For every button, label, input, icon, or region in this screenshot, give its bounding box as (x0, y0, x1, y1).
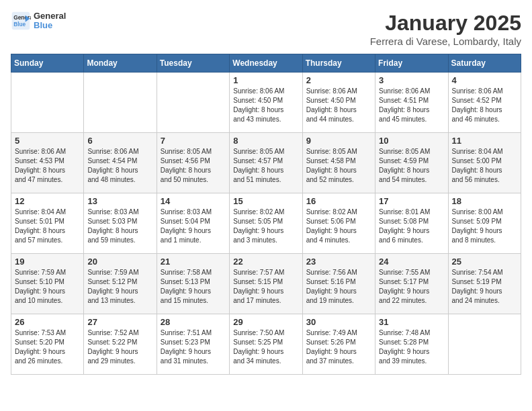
day-info: Sunrise: 8:06 AM Sunset: 4:52 PM Dayligh… (452, 87, 517, 124)
day-number: 31 (379, 317, 444, 327)
day-info: Sunrise: 7:59 AM Sunset: 5:12 PM Dayligh… (87, 268, 152, 306)
day-of-week-header: Tuesday (157, 54, 229, 73)
calendar-cell: 22Sunrise: 7:57 AM Sunset: 5:15 PM Dayli… (230, 254, 302, 314)
calendar-cell: 9Sunrise: 8:05 AM Sunset: 4:58 PM Daylig… (302, 133, 375, 193)
calendar-cell: 16Sunrise: 8:02 AM Sunset: 5:06 PM Dayli… (302, 193, 375, 254)
calendar-table: SundayMondayTuesdayWednesdayThursdayFrid… (11, 54, 521, 375)
calendar-cell: 15Sunrise: 8:02 AM Sunset: 5:05 PM Dayli… (230, 193, 302, 254)
day-info: Sunrise: 8:06 AM Sunset: 4:50 PM Dayligh… (306, 87, 371, 124)
calendar-cell: 30Sunrise: 7:49 AM Sunset: 5:26 PM Dayli… (302, 314, 375, 375)
day-number: 15 (233, 196, 298, 206)
calendar-cell: 27Sunrise: 7:52 AM Sunset: 5:22 PM Dayli… (84, 314, 157, 375)
day-number: 6 (87, 136, 152, 146)
day-info: Sunrise: 8:00 AM Sunset: 5:09 PM Dayligh… (452, 208, 517, 245)
day-of-week-header: Saturday (448, 54, 521, 73)
day-number: 10 (379, 136, 444, 146)
day-of-week-header: Monday (84, 54, 157, 73)
day-of-week-header: Friday (375, 54, 448, 73)
day-info: Sunrise: 7:51 AM Sunset: 5:23 PM Dayligh… (161, 328, 226, 366)
day-info: Sunrise: 7:50 AM Sunset: 5:25 PM Dayligh… (233, 328, 298, 366)
day-info: Sunrise: 8:06 AM Sunset: 4:51 PM Dayligh… (379, 87, 444, 124)
day-number: 23 (306, 257, 371, 267)
logo-line1: General (34, 11, 66, 21)
day-info: Sunrise: 8:05 AM Sunset: 4:57 PM Dayligh… (233, 147, 298, 185)
day-info: Sunrise: 8:02 AM Sunset: 5:05 PM Dayligh… (233, 208, 298, 245)
day-number: 3 (379, 75, 444, 85)
day-number: 30 (306, 317, 371, 327)
day-info: Sunrise: 8:05 AM Sunset: 4:59 PM Dayligh… (379, 147, 444, 185)
day-info: Sunrise: 7:49 AM Sunset: 5:26 PM Dayligh… (306, 328, 371, 366)
day-info: Sunrise: 8:02 AM Sunset: 5:06 PM Dayligh… (306, 208, 371, 245)
svg-text:Blue: Blue (13, 21, 26, 28)
day-info: Sunrise: 8:06 AM Sunset: 4:50 PM Dayligh… (233, 87, 298, 124)
calendar-cell: 26Sunrise: 7:53 AM Sunset: 5:20 PM Dayli… (11, 314, 84, 375)
page-header: General Blue General Blue January 2025 F… (11, 11, 521, 47)
calendar-cell: 3Sunrise: 8:06 AM Sunset: 4:51 PM Daylig… (375, 73, 448, 133)
day-number: 9 (306, 136, 371, 146)
calendar-cell (11, 73, 84, 133)
day-info: Sunrise: 7:59 AM Sunset: 5:10 PM Dayligh… (15, 268, 80, 306)
calendar-cell (448, 314, 521, 375)
calendar-cell: 31Sunrise: 7:48 AM Sunset: 5:28 PM Dayli… (375, 314, 448, 375)
calendar-week-row: 26Sunrise: 7:53 AM Sunset: 5:20 PM Dayli… (11, 314, 521, 375)
calendar-cell: 2Sunrise: 8:06 AM Sunset: 4:50 PM Daylig… (302, 73, 375, 133)
day-of-week-header: Sunday (11, 54, 84, 73)
day-number: 13 (87, 196, 152, 206)
calendar-cell: 14Sunrise: 8:03 AM Sunset: 5:04 PM Dayli… (157, 193, 229, 254)
day-info: Sunrise: 8:05 AM Sunset: 4:58 PM Dayligh… (306, 147, 371, 185)
calendar-cell: 21Sunrise: 7:58 AM Sunset: 5:13 PM Dayli… (157, 254, 229, 314)
calendar-cell: 20Sunrise: 7:59 AM Sunset: 5:12 PM Dayli… (84, 254, 157, 314)
day-info: Sunrise: 7:54 AM Sunset: 5:19 PM Dayligh… (452, 268, 517, 306)
day-number: 2 (306, 75, 371, 85)
logo-text: General Blue (34, 11, 66, 31)
day-number: 28 (161, 317, 226, 327)
day-info: Sunrise: 8:06 AM Sunset: 4:53 PM Dayligh… (15, 147, 80, 185)
day-number: 29 (233, 317, 298, 327)
calendar-week-row: 12Sunrise: 8:04 AM Sunset: 5:01 PM Dayli… (11, 193, 521, 254)
calendar-cell: 5Sunrise: 8:06 AM Sunset: 4:53 PM Daylig… (11, 133, 84, 193)
day-info: Sunrise: 7:52 AM Sunset: 5:22 PM Dayligh… (87, 328, 152, 366)
day-info: Sunrise: 7:58 AM Sunset: 5:13 PM Dayligh… (161, 268, 226, 306)
calendar-header-row: SundayMondayTuesdayWednesdayThursdayFrid… (11, 54, 521, 73)
month-title: January 2025 (370, 11, 521, 36)
day-info: Sunrise: 8:03 AM Sunset: 5:03 PM Dayligh… (87, 208, 152, 245)
day-number: 22 (233, 257, 298, 267)
calendar-week-row: 19Sunrise: 7:59 AM Sunset: 5:10 PM Dayli… (11, 254, 521, 314)
calendar-cell: 6Sunrise: 8:06 AM Sunset: 4:54 PM Daylig… (84, 133, 157, 193)
day-number: 11 (452, 136, 517, 146)
calendar-cell: 28Sunrise: 7:51 AM Sunset: 5:23 PM Dayli… (157, 314, 229, 375)
calendar-cell: 13Sunrise: 8:03 AM Sunset: 5:03 PM Dayli… (84, 193, 157, 254)
calendar-cell: 4Sunrise: 8:06 AM Sunset: 4:52 PM Daylig… (448, 73, 521, 133)
day-number: 19 (15, 257, 80, 267)
day-number: 24 (379, 257, 444, 267)
calendar-cell: 1Sunrise: 8:06 AM Sunset: 4:50 PM Daylig… (230, 73, 302, 133)
day-number: 5 (15, 136, 80, 146)
day-info: Sunrise: 7:48 AM Sunset: 5:28 PM Dayligh… (379, 328, 444, 366)
logo-line2: Blue (34, 21, 66, 30)
calendar-cell (157, 73, 229, 133)
day-info: Sunrise: 8:04 AM Sunset: 5:00 PM Dayligh… (452, 147, 517, 185)
day-info: Sunrise: 8:05 AM Sunset: 4:56 PM Dayligh… (161, 147, 226, 185)
day-number: 4 (452, 75, 517, 85)
day-number: 8 (233, 136, 298, 146)
calendar-cell: 12Sunrise: 8:04 AM Sunset: 5:01 PM Dayli… (11, 193, 84, 254)
day-number: 12 (15, 196, 80, 206)
day-number: 17 (379, 196, 444, 206)
day-info: Sunrise: 7:57 AM Sunset: 5:15 PM Dayligh… (233, 268, 298, 306)
calendar-cell: 10Sunrise: 8:05 AM Sunset: 4:59 PM Dayli… (375, 133, 448, 193)
calendar-cell: 18Sunrise: 8:00 AM Sunset: 5:09 PM Dayli… (448, 193, 521, 254)
logo: General Blue General Blue (11, 11, 66, 31)
calendar-cell: 24Sunrise: 7:55 AM Sunset: 5:17 PM Dayli… (375, 254, 448, 314)
day-number: 20 (87, 257, 152, 267)
day-number: 26 (15, 317, 80, 327)
day-of-week-header: Thursday (302, 54, 375, 73)
day-info: Sunrise: 7:56 AM Sunset: 5:16 PM Dayligh… (306, 268, 371, 306)
day-number: 18 (452, 196, 517, 206)
location-subtitle: Ferrera di Varese, Lombardy, Italy (370, 36, 521, 47)
title-section: January 2025 Ferrera di Varese, Lombardy… (370, 11, 521, 47)
day-number: 16 (306, 196, 371, 206)
calendar-cell: 8Sunrise: 8:05 AM Sunset: 4:57 PM Daylig… (230, 133, 302, 193)
calendar-cell: 25Sunrise: 7:54 AM Sunset: 5:19 PM Dayli… (448, 254, 521, 314)
day-number: 1 (233, 75, 298, 85)
calendar-cell: 7Sunrise: 8:05 AM Sunset: 4:56 PM Daylig… (157, 133, 229, 193)
